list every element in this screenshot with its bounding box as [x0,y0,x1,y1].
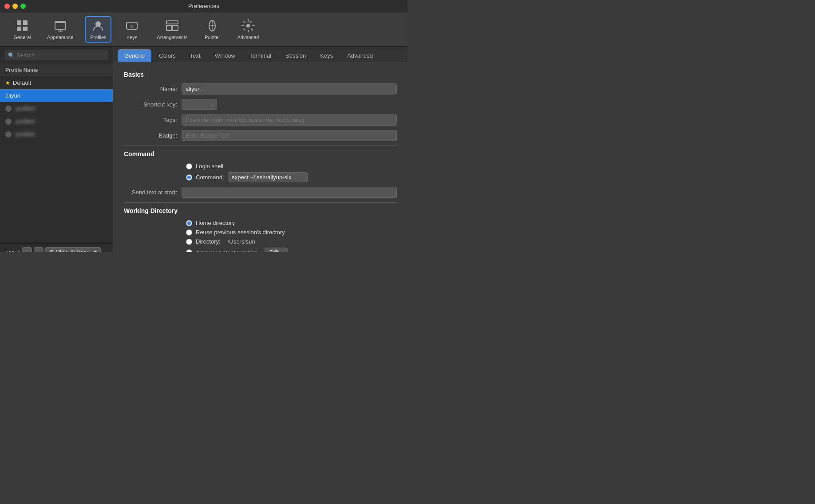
profile-name: aliyun [5,92,20,99]
svg-rect-13 [173,25,178,31]
svg-rect-12 [166,25,172,31]
advanced-icon [241,19,255,33]
tab-general[interactable]: General [118,49,151,62]
send-text-label: Send text at start: [124,189,182,196]
tab-window[interactable]: Window [208,49,242,62]
advanced-config-radio[interactable] [186,249,192,252]
maximize-button[interactable] [20,4,26,9]
working-dir-section-title: Working Directory [124,207,397,214]
tab-text[interactable]: Text [183,49,207,62]
pointer-icon [205,19,219,33]
home-dir-label: Home directory [196,220,235,226]
title-bar: Preferences [0,0,408,12]
toolbar-item-advanced[interactable]: Advanced [233,16,263,43]
toolbar-item-general[interactable]: General [9,16,36,43]
send-text-field-wrap [182,187,397,198]
tab-advanced[interactable]: Advanced [340,49,380,62]
tags-field-wrap [182,114,397,126]
tab-terminal[interactable]: Terminal [243,49,278,62]
profile-name: profile5 [16,131,35,138]
shortcut-wrap: ⌄ [182,99,397,110]
tab-colors[interactable]: Colors [152,49,182,62]
close-button[interactable] [4,4,10,9]
advanced-config-label: Advanced Configuration [196,249,257,252]
list-item[interactable]: profile4 [0,115,113,128]
command-section-title: Command [124,150,397,158]
star-icon: ★ [5,80,10,86]
directory-label: Directory: [196,238,221,245]
svg-rect-2 [23,20,28,25]
badge-field-wrap [182,130,397,141]
window-title: Preferences [188,3,219,9]
tags-field-label: Tags: [124,117,182,123]
general-label: General [13,35,31,40]
directory-radio[interactable] [186,239,192,245]
name-field[interactable] [182,83,397,94]
minimize-button[interactable] [12,4,18,9]
svg-point-17 [246,24,250,28]
keys-label: Keys [127,35,137,40]
edit-button[interactable]: Edit... [265,248,288,252]
search-input-wrap[interactable]: 🔍 [4,50,108,60]
toolbar-item-keys[interactable]: ⌘ Keys [119,16,145,43]
command-radio[interactable] [186,174,192,181]
home-dir-row: Home directory [186,220,397,226]
directory-row: Directory: /Users/sun [186,238,397,245]
chevron-down-icon: ▾ [94,249,97,252]
main-area: 🔍 Profile Name ★ Default aliyun profile3 [0,47,408,252]
svg-rect-0 [17,20,21,25]
toolbar-item-arrangements[interactable]: Arrangements [152,16,192,43]
window-controls[interactable] [4,4,26,9]
svg-rect-1 [17,27,21,31]
list-item[interactable]: ★ Default [0,76,113,89]
arrangements-label: Arrangements [157,35,187,40]
toolbar-item-profiles[interactable]: Profiles [85,16,111,43]
other-actions-button[interactable]: ⚙ Other Actions... ▾ [45,247,101,252]
remove-profile-button[interactable]: − [34,247,44,252]
shortcut-select[interactable] [182,99,217,110]
name-field-wrap [182,83,397,94]
home-dir-radio[interactable] [186,220,192,226]
search-icon: 🔍 [8,52,15,59]
reuse-session-radio[interactable] [186,229,192,236]
profile-list: ★ Default aliyun profile3 profile4 profi… [0,76,113,243]
reuse-session-label: Reuse previous session's directory [196,229,285,236]
shortcut-select-wrap[interactable]: ⌄ [182,99,217,110]
command-row: Command: [186,172,397,182]
right-panel: General Colors Text Window Terminal Sess… [113,47,408,252]
command-input[interactable] [228,172,308,182]
list-item[interactable]: aliyun [0,89,113,102]
svg-rect-11 [166,21,178,24]
profile-name: profile3 [16,105,35,112]
reuse-session-row: Reuse previous session's directory [186,229,397,236]
arrangements-icon [165,19,179,33]
appearance-icon [53,19,67,33]
list-item[interactable]: profile3 [0,102,113,115]
tab-session[interactable]: Session [279,49,313,62]
working-dir-radio-group: Home directory Reuse previous session's … [124,220,397,252]
badge-field[interactable] [182,130,397,141]
login-shell-radio[interactable] [186,163,192,169]
profile-name: Default [13,79,31,86]
advanced-config-row: Advanced Configuration Edit... [186,248,397,252]
content-area: Basics Name: Shortcut key: ⌄ [113,62,408,252]
toolbar-item-pointer[interactable]: Pointer [199,16,226,43]
add-profile-button[interactable]: + [22,247,32,252]
tab-bar: General Colors Text Window Terminal Sess… [113,47,408,62]
svg-text:⌘: ⌘ [131,24,134,30]
list-item[interactable]: profile5 [0,128,113,141]
profile-name: profile4 [16,118,35,125]
basics-section-title: Basics [124,71,397,78]
name-label: Name: [124,86,182,92]
search-input[interactable] [16,52,105,59]
directory-value: /Users/sun [228,238,255,245]
toolbar-item-appearance[interactable]: Appearance [43,16,78,43]
sidebar: 🔍 Profile Name ★ Default aliyun profile3 [0,47,113,252]
tab-keys[interactable]: Keys [313,49,340,62]
send-text-field[interactable] [182,187,397,198]
svg-rect-3 [23,27,28,31]
name-row: Name: [124,83,397,94]
send-text-row: Send text at start: [124,187,397,198]
shortcut-label: Shortcut key: [124,101,182,108]
tags-field[interactable] [182,114,397,126]
